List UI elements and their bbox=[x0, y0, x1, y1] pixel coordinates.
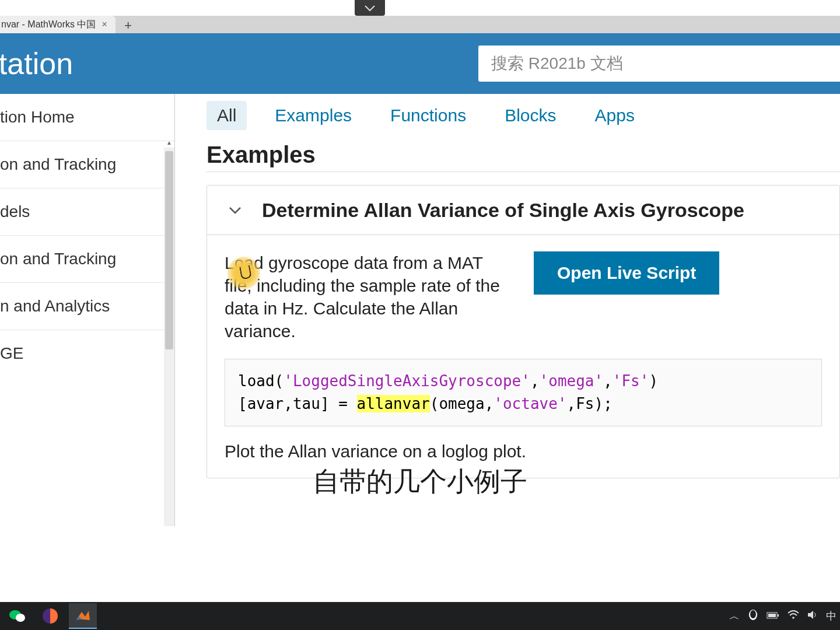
tab-apps[interactable]: Apps bbox=[584, 101, 645, 130]
bottom-gap bbox=[0, 526, 840, 602]
sidebar-item-tracking1[interactable]: on and Tracking bbox=[0, 141, 174, 188]
code-text: , bbox=[603, 372, 612, 390]
tray-volume-icon[interactable] bbox=[807, 610, 818, 622]
scroll-thumb[interactable] bbox=[165, 151, 173, 349]
browser-tab[interactable]: nvar - MathWorks 中国 × bbox=[0, 16, 116, 33]
sidebar-item-analytics[interactable]: n and Analytics bbox=[0, 283, 174, 330]
svg-point-8 bbox=[792, 617, 794, 619]
post-code-text: Plot the Allan variance on a loglog plot… bbox=[225, 442, 822, 461]
video-subtitle: 自带的几个小例子 bbox=[313, 464, 527, 500]
tab-functions[interactable]: Functions bbox=[380, 101, 477, 130]
example-description: Load gyroscope data from a MAT file, inc… bbox=[225, 251, 510, 342]
tab-all[interactable]: All bbox=[206, 101, 247, 130]
tray-qq-icon[interactable] bbox=[748, 609, 758, 624]
code-text: load( bbox=[238, 372, 284, 390]
chevron-down-icon bbox=[229, 206, 242, 214]
tray-battery-icon[interactable] bbox=[766, 610, 779, 622]
taskbar: ︿ 中 bbox=[0, 602, 840, 630]
code-string: 'octave' bbox=[494, 395, 566, 412]
open-live-script-button[interactable]: Open Live Script bbox=[534, 251, 719, 295]
example-body: Load gyroscope data from a MAT file, inc… bbox=[207, 235, 839, 478]
browser-tab-bar: nvar - MathWorks 中国 × + bbox=[0, 16, 840, 33]
doc-title: entation bbox=[0, 46, 73, 81]
tray-ime-indicator[interactable]: 中 bbox=[826, 609, 836, 623]
close-icon[interactable]: × bbox=[102, 19, 107, 30]
sidebar-item-tracking2[interactable]: on and Tracking bbox=[0, 236, 174, 283]
tray-chevron-up-icon[interactable]: ︿ bbox=[729, 609, 740, 623]
code-text: ,Fs); bbox=[567, 395, 612, 412]
taskbar-wechat-icon[interactable] bbox=[4, 603, 32, 629]
code-block[interactable]: load('LoggedSingleAxisGyroscope','omega'… bbox=[225, 359, 822, 426]
collapse-toggle[interactable] bbox=[223, 198, 247, 222]
code-string: 'Fs' bbox=[612, 372, 649, 390]
svg-point-1 bbox=[16, 614, 25, 622]
code-text: (omega, bbox=[430, 395, 494, 412]
section-heading: Examples bbox=[206, 142, 840, 172]
code-text: ) bbox=[649, 372, 658, 390]
sidebar-item-home[interactable]: tion Home bbox=[0, 94, 174, 141]
example-header[interactable]: Determine Allan Variance of Single Axis … bbox=[207, 186, 839, 235]
scroll-up-icon[interactable]: ▲ bbox=[164, 137, 174, 148]
svg-rect-6 bbox=[778, 614, 779, 617]
tab-examples[interactable]: Examples bbox=[264, 101, 362, 130]
doc-header: entation bbox=[0, 33, 840, 94]
new-tab-button[interactable]: + bbox=[120, 18, 136, 33]
sidebar-item-models[interactable]: dels bbox=[0, 188, 174, 236]
svg-point-4 bbox=[750, 610, 756, 618]
filter-tabs: All Examples Functions Blocks Apps bbox=[206, 101, 840, 130]
tab-title: nvar - MathWorks 中国 bbox=[1, 19, 96, 31]
browser-top-handle[interactable] bbox=[355, 0, 385, 16]
code-string: 'omega' bbox=[540, 372, 604, 390]
example-card: Determine Allan Variance of Single Axis … bbox=[206, 185, 840, 478]
search-input[interactable] bbox=[478, 46, 840, 82]
taskbar-matlab-icon[interactable] bbox=[69, 603, 97, 629]
code-highlighted: allanvar bbox=[357, 395, 430, 412]
tray-wifi-icon[interactable] bbox=[788, 610, 799, 622]
svg-rect-7 bbox=[768, 614, 776, 617]
example-title: Determine Allan Variance of Single Axis … bbox=[262, 199, 744, 222]
code-text: , bbox=[530, 372, 540, 390]
tab-blocks[interactable]: Blocks bbox=[494, 101, 566, 130]
chevron-down-icon bbox=[364, 5, 376, 12]
taskbar-firefox-icon[interactable] bbox=[36, 603, 64, 629]
code-string: 'LoggedSingleAxisGyroscope' bbox=[284, 372, 530, 390]
code-text: [avar,tau] = bbox=[238, 395, 357, 412]
sidebar-item-ge[interactable]: GE bbox=[0, 330, 174, 377]
